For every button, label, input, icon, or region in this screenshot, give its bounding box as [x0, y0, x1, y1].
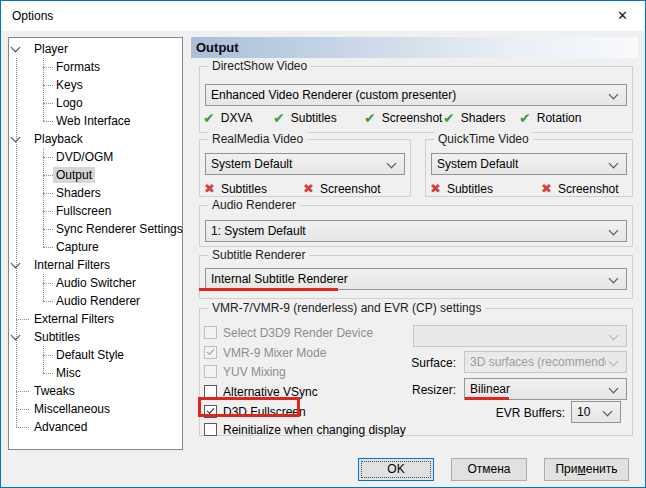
sidebar-item-audio-switcher[interactable]: Audio Switcher [9, 274, 182, 292]
sidebar-item-player[interactable]: Player [9, 40, 182, 58]
surface-select: 3D surfaces (recommended) [464, 351, 627, 373]
subtitle-renderer-select[interactable]: Internal Subtitle Renderer [205, 268, 627, 290]
check-icon: ✔ [364, 111, 376, 125]
cancel-button[interactable]: Отмена [451, 458, 527, 481]
settings-tree: Player Formats Keys Logo Web Interface P… [8, 37, 183, 450]
window-title: Options [12, 9, 53, 23]
sidebar-item-dvd-ogm[interactable]: DVD/OGM [9, 148, 182, 166]
page-header: Output [191, 37, 638, 58]
chevron-down-icon [609, 90, 619, 100]
sidebar-item-advanced[interactable]: Advanced [9, 418, 182, 436]
sidebar-item-miscellaneous[interactable]: Miscellaneous [9, 400, 182, 418]
quicktime-renderer-select[interactable]: System Default [431, 153, 627, 175]
checkbox-icon [204, 365, 217, 378]
subtitle-renderer-group-label: Subtitle Renderer [208, 248, 309, 262]
cross-icon: ✖ [204, 182, 215, 195]
sidebar-item-misc[interactable]: Misc [9, 364, 182, 382]
surface-label: Surface: [361, 356, 456, 370]
realmedia-renderer-select[interactable]: System Default [205, 153, 405, 175]
title-bar: Options ✕ [1, 1, 645, 31]
realmedia-group-label: RealMedia Video [208, 132, 307, 146]
directshow-group-label: DirectShow Video [208, 59, 311, 73]
annotation-box-d3d-fullscreen [198, 397, 300, 417]
evr-buffers-label: EVR Buffers: [461, 406, 565, 420]
sidebar-item-default-style[interactable]: Default Style [9, 346, 182, 364]
chevron-down-icon [609, 357, 619, 367]
quicktime-group-label: QuickTime Video [434, 132, 533, 146]
feature-subtitles: ✔ Subtitles [273, 109, 337, 126]
feature-rotation: ✔ Rotation [519, 109, 581, 126]
checkbox-checked-icon [204, 346, 217, 359]
chevron-down-icon[interactable] [11, 331, 21, 341]
sidebar-item-tweaks[interactable]: Tweaks [9, 382, 182, 400]
apply-button[interactable]: Применить [544, 458, 629, 481]
check-icon: ✔ [519, 111, 531, 125]
options-dialog: Options ✕ Player Formats Keys Logo Web I… [0, 0, 646, 488]
sidebar-item-audio-renderer[interactable]: Audio Renderer [9, 292, 182, 310]
sidebar-item-shaders[interactable]: Shaders [9, 184, 182, 202]
chevron-down-icon [609, 384, 619, 394]
audio-renderer-select[interactable]: 1: System Default [205, 220, 627, 242]
cross-icon: ✖ [430, 182, 441, 195]
sidebar-item-external-filters[interactable]: External Filters [9, 310, 182, 328]
quicktime-feature-screenshot: ✖ Screenshot [541, 180, 619, 197]
sidebar-item-internal-filters[interactable]: Internal Filters [9, 256, 182, 274]
sidebar-item-logo[interactable]: Logo [9, 94, 182, 112]
cross-icon: ✖ [303, 182, 314, 195]
directshow-renderer-select[interactable]: Enhanced Video Renderer (custom presente… [205, 84, 627, 106]
annotation-underline-resizer [465, 397, 509, 400]
quicktime-feature-subtitles: ✖ Subtitles [430, 180, 493, 197]
chevron-down-icon [609, 159, 619, 169]
chevron-down-icon [387, 159, 397, 169]
sidebar-item-keys[interactable]: Keys [9, 76, 182, 94]
sidebar-item-fullscreen[interactable]: Fullscreen [9, 202, 182, 220]
chevron-down-icon [609, 274, 619, 284]
chevron-down-icon[interactable] [11, 133, 21, 143]
sidebar-item-output[interactable]: Output [9, 166, 182, 184]
check-icon: ✔ [203, 111, 215, 125]
sidebar-item-formats[interactable]: Formats [9, 58, 182, 76]
cross-icon: ✖ [541, 182, 552, 195]
chevron-down-icon[interactable] [11, 43, 21, 53]
chevron-down-icon [609, 331, 619, 341]
d3d9-device-select [413, 325, 627, 347]
realmedia-feature-subtitles: ✖ Subtitles [204, 180, 267, 197]
close-icon[interactable]: ✕ [600, 1, 645, 30]
realmedia-feature-screenshot: ✖ Screenshot [303, 180, 381, 197]
audio-renderer-group-label: Audio Renderer [208, 198, 300, 212]
evr-buffers-select[interactable]: 10 [571, 401, 621, 423]
ok-button[interactable]: OK [358, 458, 434, 481]
check-icon: ✔ [443, 111, 455, 125]
sidebar-item-capture[interactable]: Capture [9, 238, 182, 256]
vmr-evr-group-label: VMR-7/VMR-9 (renderless) and EVR (CP) se… [208, 301, 485, 315]
checkbox-icon [204, 326, 217, 339]
sidebar-item-playback[interactable]: Playback [9, 130, 182, 148]
sidebar-item-subtitles[interactable]: Subtitles [9, 328, 182, 346]
resizer-label: Resizer: [361, 383, 456, 397]
feature-dxva: ✔ DXVA [203, 109, 253, 126]
chevron-down-icon[interactable] [11, 259, 21, 269]
check-icon: ✔ [273, 111, 285, 125]
feature-screenshot: ✔ Screenshot [364, 109, 442, 126]
chevron-down-icon [609, 226, 619, 236]
annotation-underline-subtitle-renderer [199, 288, 338, 291]
page-title: Output [196, 40, 239, 55]
sidebar-item-web-interface[interactable]: Web Interface [9, 112, 182, 130]
sidebar-item-sync-renderer-settings[interactable]: Sync Renderer Settings [9, 220, 182, 238]
chevron-down-icon [603, 407, 613, 417]
checkbox-icon[interactable] [204, 423, 217, 436]
feature-shaders: ✔ Shaders [443, 109, 505, 126]
